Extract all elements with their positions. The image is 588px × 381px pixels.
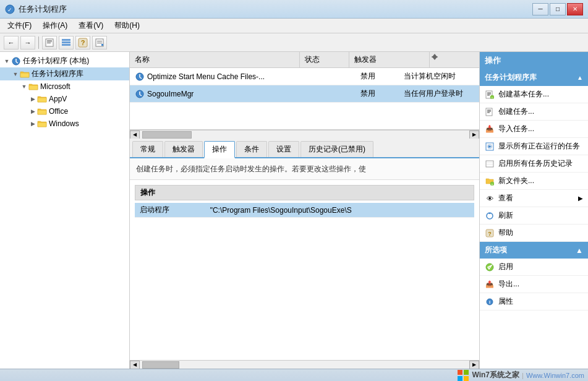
new-folder-label: 新文件夹... — [498, 176, 534, 186]
right-action-create-task[interactable]: 创建任务... — [480, 103, 588, 121]
hscroll-left-btn[interactable]: ◀ — [130, 131, 140, 139]
menu-view[interactable]: 查看(V) — [74, 19, 108, 32]
svg-rect-4 — [47, 41, 52, 42]
expand-icon-appv: ▶ — [28, 96, 37, 102]
menu-help[interactable]: 帮助(H) — [109, 19, 145, 32]
col-header-name: 名称 — [130, 52, 300, 67]
right-panel: 操作 任务计划程序库 ▲ + 创建基本任务... — [480, 52, 588, 369]
svg-rect-8 — [62, 44, 70, 46]
new-folder-icon: + — [485, 176, 495, 186]
app-icon: ✓ — [5, 4, 15, 14]
view-item-content: 👁 查看 — [485, 193, 513, 203]
tree-item-root[interactable]: ▼ 任务计划程序 (本地) — [0, 54, 129, 67]
right-action-properties[interactable]: i 属性 — [480, 293, 588, 310]
right-action-enable-history[interactable]: 启用所有任务历史记录 — [480, 155, 588, 173]
show-running-icon — [485, 142, 495, 152]
svg-rect-13 — [97, 43, 102, 43]
svg-text:✓: ✓ — [7, 7, 12, 13]
back-button[interactable]: ← — [4, 36, 19, 49]
hscroll-thumb[interactable] — [142, 131, 192, 139]
actions-table-container: 操作 启动程序 "C:\Program Files\SogouInput\Sog… — [130, 180, 479, 360]
right-action-show-running[interactable]: 显示所有正在运行的任务 — [480, 138, 588, 155]
task-icon-1 — [135, 89, 145, 99]
folder-office-icon — [37, 106, 47, 116]
hscroll-right-btn[interactable]: ▶ — [469, 131, 479, 139]
right-action-refresh[interactable]: 刷新 — [480, 207, 588, 225]
menu-bar: 文件(F) 操作(A) 查看(V) 帮助(H) — [0, 19, 588, 33]
window-title: 任务计划程序 — [19, 4, 67, 15]
task-cell-status-1: 禁用 — [356, 87, 399, 100]
svg-text:+: + — [492, 182, 493, 186]
task-cell-status-0: 禁用 — [356, 70, 399, 83]
right-action-enable[interactable]: 启用 — [480, 259, 588, 276]
create-task-icon — [485, 107, 495, 117]
svg-text:i: i — [489, 299, 490, 305]
right-action-export[interactable]: 📤 导出... — [480, 276, 588, 293]
another-button[interactable] — [92, 36, 107, 49]
import-task-label: 导入任务... — [498, 124, 534, 134]
properties-icon: i — [485, 297, 495, 307]
right-action-view[interactable]: 👁 查看 ▶ — [480, 190, 588, 207]
help-icon: ? — [485, 228, 495, 238]
close-button[interactable]: ✕ — [567, 3, 583, 15]
enable-history-label: 启用所有任务历史记录 — [498, 158, 573, 169]
enable-history-icon — [485, 159, 495, 169]
task-row[interactable]: Optimize Start Menu Cache Files-... 禁用 当… — [130, 68, 479, 85]
svg-rect-56 — [464, 376, 469, 381]
tree-label-office: Office — [49, 107, 68, 116]
enable-label: 启用 — [498, 262, 513, 272]
tab-history[interactable]: 历史记录(已禁用) — [300, 141, 373, 157]
task-icon-0 — [135, 72, 145, 82]
forward-button[interactable]: → — [20, 36, 35, 49]
actions-hscroll[interactable]: ◀ ▶ — [130, 360, 479, 369]
right-action-create-basic[interactable]: + 创建基本任务... — [480, 86, 588, 103]
clock-icon — [11, 56, 21, 66]
tree-item-library[interactable]: ▼ 任务计划程序库 — [0, 67, 129, 80]
maximize-button[interactable]: □ — [550, 3, 566, 15]
section-selected-arrow: ▲ — [576, 246, 583, 255]
task-row[interactable]: SogouImeMgr 禁用 当任何用户登录时 — [130, 85, 479, 103]
svg-rect-55 — [458, 376, 462, 381]
view-arrow-icon: ▶ — [578, 195, 583, 202]
export-icon: 📤 — [485, 280, 495, 289]
svg-text:?: ? — [81, 39, 85, 46]
tree-label-windows: Windows — [49, 119, 79, 128]
right-panel-title: 操作 — [480, 52, 588, 69]
tree-item-appv[interactable]: ▶ AppV — [0, 93, 129, 105]
actions-hscroll-thumb[interactable] — [142, 361, 179, 369]
import-task-icon: 📥 — [485, 124, 495, 134]
tab-triggers[interactable]: 触发器 — [164, 141, 203, 157]
right-section-library-header[interactable]: 任务计划程序库 ▲ — [480, 69, 588, 86]
expand-icon-library: ▼ — [11, 71, 20, 77]
right-action-new-folder[interactable]: + 新文件夹... — [480, 173, 588, 190]
tree-item-windows[interactable]: ▶ Windows — [0, 118, 129, 130]
tree-item-microsoft[interactable]: ▼ Microsoft — [0, 80, 129, 93]
task-list-hscroll[interactable]: ◀ ▶ — [130, 130, 479, 139]
tab-settings[interactable]: 设置 — [268, 141, 299, 157]
tab-conditions[interactable]: 条件 — [236, 141, 267, 157]
tab-description: 创建任务时，必须指定任务启动时发生的操作。若要更改这些操作，使 — [130, 158, 479, 180]
show-all-button[interactable] — [59, 36, 74, 49]
tree-item-office[interactable]: ▶ Office — [0, 105, 129, 118]
svg-rect-3 — [47, 40, 52, 41]
right-action-help[interactable]: ? 帮助 — [480, 225, 588, 242]
menu-action[interactable]: 操作(A) — [38, 19, 72, 32]
tree-label-microsoft: Microsoft — [40, 82, 70, 91]
right-section-selected-header[interactable]: 所选项 ▲ — [480, 242, 588, 259]
right-action-import[interactable]: 📥 导入任务... — [480, 121, 588, 138]
tab-general[interactable]: 常规 — [132, 141, 163, 157]
table-row[interactable]: 启动程序 "C:\Program Files\SogouInput\SogouE… — [135, 203, 474, 218]
task-cell-name-0: Optimize Start Menu Cache Files-... — [130, 71, 356, 83]
minimize-button[interactable]: ─ — [532, 3, 548, 15]
new-task-button[interactable] — [42, 36, 57, 49]
view-label: 查看 — [498, 193, 513, 203]
title-bar-left: ✓ 任务计划程序 — [5, 4, 67, 15]
actions-hscroll-right[interactable]: ▶ — [469, 361, 479, 369]
create-basic-task-icon: + — [485, 90, 495, 100]
menu-file[interactable]: 文件(F) — [2, 19, 36, 32]
tab-actions[interactable]: 操作 — [204, 141, 235, 158]
actions-table-title: 操作 — [135, 185, 474, 200]
center-panel: 名称 状态 触发器 Optimize Start — [130, 52, 480, 369]
help-toolbar-button[interactable]: ? — [75, 36, 90, 49]
actions-hscroll-left[interactable]: ◀ — [130, 361, 140, 369]
